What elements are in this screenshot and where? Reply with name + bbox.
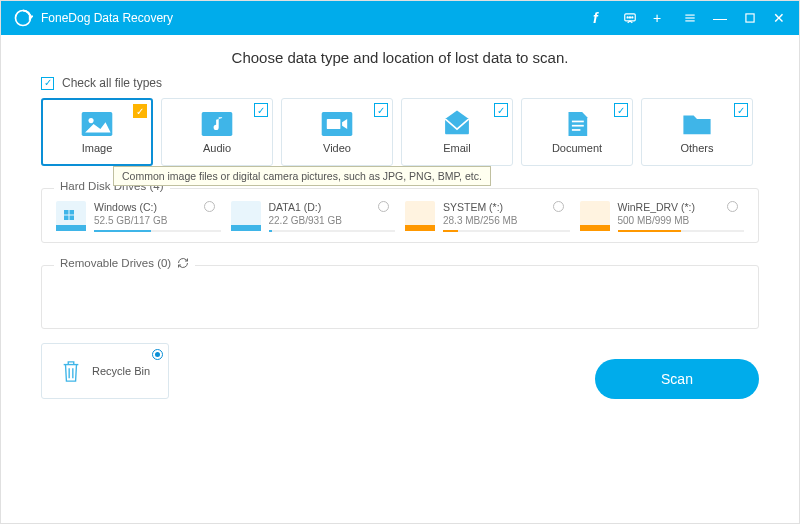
drive-size: 52.5 GB/117 GB <box>94 215 221 226</box>
hdd-section: Hard Disk Drives (4) Windows (C:) 52.5 G… <box>41 188 759 243</box>
type-checkbox[interactable] <box>614 103 628 117</box>
drive-icon <box>580 201 610 231</box>
type-email[interactable]: Email <box>401 98 513 166</box>
drive-icon <box>231 201 261 231</box>
type-video[interactable]: Video <box>281 98 393 166</box>
type-checkbox[interactable] <box>494 103 508 117</box>
recycle-bin-card[interactable]: Recycle Bin <box>41 343 169 399</box>
drive-name: Windows (C:) <box>94 201 221 213</box>
drive-item[interactable]: DATA1 (D:) 22.2 GB/931 GB <box>231 201 396 232</box>
file-types-row: Image Audio Video Email Document Others … <box>41 98 759 166</box>
drive-radio[interactable] <box>378 201 389 212</box>
svg-point-5 <box>632 17 633 18</box>
audio-icon <box>200 110 234 138</box>
facebook-icon[interactable]: f <box>593 11 607 25</box>
close-icon[interactable]: ✕ <box>773 11 787 25</box>
document-icon <box>560 110 594 138</box>
type-label: Document <box>552 142 602 154</box>
svg-point-4 <box>629 17 630 18</box>
type-document[interactable]: Document <box>521 98 633 166</box>
titlebar: FoneDog Data Recovery f + — ✕ <box>1 1 799 35</box>
app-logo-icon <box>13 8 33 28</box>
drive-radio[interactable] <box>204 201 215 212</box>
type-checkbox[interactable] <box>374 103 388 117</box>
drive-item[interactable]: Windows (C:) 52.5 GB/117 GB <box>56 201 221 232</box>
titlebar-buttons: f + — ✕ <box>593 11 787 25</box>
maximize-icon[interactable] <box>743 11 757 25</box>
svg-rect-16 <box>572 121 584 123</box>
email-icon <box>440 110 474 138</box>
type-checkbox[interactable] <box>254 103 268 117</box>
type-image[interactable]: Image <box>41 98 153 166</box>
check-all-row[interactable]: Check all file types <box>41 76 759 90</box>
minimize-icon[interactable]: — <box>713 11 727 25</box>
drive-size: 22.2 GB/931 GB <box>269 215 396 226</box>
svg-rect-14 <box>327 119 341 129</box>
feedback-icon[interactable] <box>623 11 637 25</box>
drive-item[interactable]: WinRE_DRV (*:) 500 MB/999 MB <box>580 201 745 232</box>
folder-icon <box>680 110 714 138</box>
image-icon <box>80 110 114 138</box>
menu-icon[interactable] <box>683 11 697 25</box>
tooltip: Common image files or digital camera pic… <box>113 166 491 186</box>
svg-rect-19 <box>64 210 69 215</box>
drive-name: DATA1 (D:) <box>269 201 396 213</box>
drive-size: 28.3 MB/256 MB <box>443 215 570 226</box>
svg-rect-21 <box>64 216 69 221</box>
drive-radio[interactable] <box>553 201 564 212</box>
drive-icon <box>56 201 86 231</box>
page-heading: Choose data type and location of lost da… <box>41 49 759 66</box>
drive-icon <box>405 201 435 231</box>
svg-rect-20 <box>70 210 75 215</box>
type-others[interactable]: Others <box>641 98 753 166</box>
svg-rect-9 <box>746 14 754 22</box>
type-label: Audio <box>203 142 231 154</box>
removable-title: Removable Drives (0) <box>60 257 171 269</box>
removable-section: Removable Drives (0) <box>41 265 759 329</box>
app-title: FoneDog Data Recovery <box>41 11 173 25</box>
type-label: Video <box>323 142 351 154</box>
drive-radio[interactable] <box>727 201 738 212</box>
svg-rect-17 <box>572 125 584 127</box>
type-checkbox[interactable] <box>133 104 147 118</box>
svg-marker-1 <box>30 16 32 19</box>
scan-label: Scan <box>661 371 693 387</box>
plus-icon[interactable]: + <box>653 11 667 25</box>
svg-rect-22 <box>70 216 75 221</box>
check-all-checkbox[interactable] <box>41 77 54 90</box>
type-label: Email <box>443 142 471 154</box>
svg-rect-18 <box>572 129 581 131</box>
recycle-label: Recycle Bin <box>92 365 150 377</box>
drive-size: 500 MB/999 MB <box>618 215 745 226</box>
type-audio[interactable]: Audio <box>161 98 273 166</box>
drive-item[interactable]: SYSTEM (*:) 28.3 MB/256 MB <box>405 201 570 232</box>
type-checkbox[interactable] <box>734 103 748 117</box>
type-label: Image <box>82 142 113 154</box>
refresh-icon[interactable] <box>177 257 189 269</box>
video-icon <box>320 110 354 138</box>
check-all-label: Check all file types <box>62 76 162 90</box>
svg-point-11 <box>89 118 94 123</box>
type-label: Others <box>680 142 713 154</box>
drive-name: SYSTEM (*:) <box>443 201 570 213</box>
svg-point-3 <box>627 17 628 18</box>
drive-name: WinRE_DRV (*:) <box>618 201 745 213</box>
trash-icon <box>60 358 82 384</box>
recycle-radio[interactable] <box>152 349 163 360</box>
scan-button[interactable]: Scan <box>595 359 759 399</box>
